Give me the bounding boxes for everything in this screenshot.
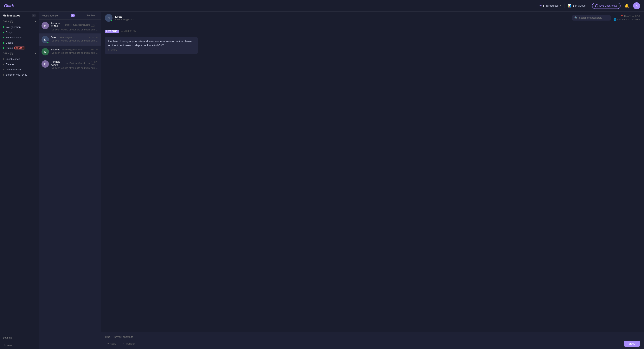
reply-button[interactable]: ↩ Reply bbox=[105, 341, 118, 346]
see-less-button[interactable]: See less ⌃ bbox=[86, 14, 98, 17]
offline-dot bbox=[3, 64, 4, 65]
sidebar-title: My Messages bbox=[3, 14, 20, 17]
offline-users-list: Jacob Jones Eleanor Jenny Wilson Stephen… bbox=[0, 56, 38, 77]
sidebar-user-offline[interactable]: Jenny Wilson bbox=[0, 67, 38, 72]
meta-location: 📍 New York, USA bbox=[620, 15, 640, 18]
settings-label: Settings bbox=[3, 336, 12, 339]
online-collapse-icon: ▾ bbox=[35, 20, 36, 23]
conv-avatar: P bbox=[42, 22, 49, 29]
chat-avatar-initial: D bbox=[108, 16, 110, 19]
conv-info: Seamus seadude@gmail.com 1237 PM I've be… bbox=[51, 48, 98, 54]
live-chat-badge: LIVE CHAT bbox=[105, 30, 119, 33]
sidebar-user-online[interactable]: Cody bbox=[0, 30, 38, 35]
notification-bell-button[interactable]: 🔔 bbox=[624, 3, 630, 9]
needs-attention-count: 4 bbox=[70, 14, 75, 17]
conv-info: Portugal #2796 emailPortugal@gmail.com 1… bbox=[51, 22, 98, 31]
see-less-icon: ⌃ bbox=[96, 14, 98, 17]
transfer-icon: ↗ bbox=[122, 342, 124, 345]
in-progress-label: In Progress bbox=[546, 4, 558, 7]
online-dot bbox=[3, 37, 4, 38]
messages-area: LIVE CHAT Wed 04:38 PM I've been looking… bbox=[101, 24, 644, 332]
my-messages-header: My Messages 0 bbox=[0, 12, 38, 19]
conv-top-row: Seamus seadude@gmail.com 1237 PM bbox=[51, 48, 98, 51]
online-section-label: Online (5) bbox=[3, 20, 13, 23]
user-name: You (auzman) bbox=[6, 25, 21, 28]
conv-name: Drea bbox=[51, 36, 56, 39]
contact-history-search[interactable]: 🔍 bbox=[572, 15, 611, 20]
sidebar-user-online[interactable]: Theresa Webb bbox=[0, 35, 38, 40]
conversation-list-top: Needs attention 4 See less ⌃ P Portugal … bbox=[39, 12, 101, 349]
conv-time: 11:37 AM bbox=[91, 61, 98, 65]
sidebar-user-offline[interactable]: Stephen-40273482 bbox=[0, 72, 38, 77]
user-name: Jacob Jones bbox=[6, 58, 20, 60]
conv-online-dot bbox=[47, 41, 49, 43]
chat-header-info: Drea dreaorville@skn.co bbox=[115, 15, 569, 21]
send-button[interactable]: SEND bbox=[624, 341, 640, 347]
user-name: Cody bbox=[6, 31, 12, 34]
conv-top-row: Portugal #2796 emailPortugal@gmail.com 1… bbox=[51, 60, 98, 66]
message-text: I've been looking at your site and want … bbox=[108, 40, 192, 47]
conversation-item[interactable]: D Drea dreaorville@skn.co 11:37 AM I've … bbox=[39, 33, 101, 46]
needs-attention-header: Needs attention 4 See less ⌃ bbox=[39, 12, 101, 19]
conv-preview: I've been looking at your site and want … bbox=[51, 51, 98, 54]
online-section-header[interactable]: Online (5) ▾ bbox=[0, 19, 38, 24]
conv-preview: I've been looking at your site and want … bbox=[51, 39, 98, 42]
see-less-label: See less bbox=[86, 14, 95, 17]
conversation-item[interactable]: P Portugal #2796 emailPortugal@gmail.com… bbox=[39, 58, 101, 72]
chat-input[interactable] bbox=[105, 336, 640, 338]
in-queue-label: In Queue bbox=[575, 4, 586, 7]
conv-name: Seamus bbox=[51, 48, 60, 51]
send-label: SEND bbox=[628, 342, 636, 345]
conv-avatar: D bbox=[42, 36, 49, 43]
conv-time: 1237 PM bbox=[90, 48, 98, 51]
sidebar-user-offline[interactable]: Eleanor bbox=[0, 62, 38, 67]
conv-avatar: S bbox=[42, 48, 49, 55]
in-queue-count: 3 bbox=[572, 4, 574, 7]
sidebar-user-online[interactable]: Stevie AT LIMIT bbox=[0, 45, 38, 51]
message-bubble: I've been looking at your site and want … bbox=[105, 37, 198, 54]
user-avatar-button[interactable]: A bbox=[633, 2, 640, 9]
in-progress-dropdown-icon[interactable]: ▾ bbox=[560, 4, 561, 7]
in-progress-stat[interactable]: 〜 5 In Progress ▾ bbox=[539, 4, 561, 8]
header-divider-2 bbox=[589, 3, 589, 8]
offline-section-header[interactable]: Offline (4) ▾ bbox=[0, 51, 38, 56]
conversation-item[interactable]: S Seamus seadude@gmail.com 1237 PM I've … bbox=[39, 46, 101, 58]
conv-email: emailPortugal@gmail.com bbox=[65, 24, 90, 26]
chat-contact-avatar: D bbox=[105, 14, 112, 22]
globe-icon: 🌐 bbox=[614, 18, 616, 21]
location-icon: 📍 bbox=[620, 15, 624, 18]
location-text: New York, USA bbox=[624, 15, 640, 18]
conv-preview: I've been looking at your site and want … bbox=[51, 67, 98, 69]
chat-header: D Drea dreaorville@skn.co 🔍 📍 New York, … bbox=[101, 12, 644, 24]
conv-email: emailPortugal@gmail.com bbox=[65, 62, 90, 64]
updates-label: Updates bbox=[3, 344, 12, 347]
online-dot bbox=[3, 47, 4, 49]
reply-icon: ↩ bbox=[107, 342, 109, 345]
offline-section-label: Offline (4) bbox=[3, 52, 13, 55]
user-avatar-wrap: A bbox=[633, 2, 640, 9]
conversation-item[interactable]: P Portugal #2796 emailPortugal@gmail.com… bbox=[39, 19, 101, 33]
conv-name: Portugal #2796 bbox=[51, 22, 63, 28]
date-text: Wed 04:38 PM bbox=[121, 30, 136, 32]
offline-collapse-icon: ▾ bbox=[35, 52, 36, 55]
chat-input-toolbar: ↩ Reply ↗ Transfer SEND bbox=[105, 341, 640, 347]
sidebar-user-offline[interactable]: Jacob Jones bbox=[0, 56, 38, 62]
conv-top-row: Portugal #2796 emailPortugal@gmail.com 1… bbox=[51, 22, 98, 28]
live-chat-label: Live Chat Active bbox=[600, 4, 618, 7]
reply-label: Reply bbox=[110, 342, 116, 345]
sidebar-user-online[interactable]: You (auzman) bbox=[0, 24, 38, 30]
main-layout: My Messages 0 Online (5) ▾ You (auzman) … bbox=[0, 12, 644, 349]
settings-item[interactable]: Settings bbox=[0, 334, 38, 342]
offline-dot bbox=[3, 69, 4, 70]
transfer-label: Transfer bbox=[126, 342, 135, 345]
conv-email: seadude@gmail.com bbox=[62, 48, 82, 51]
search-input[interactable] bbox=[579, 16, 608, 19]
live-chat-button[interactable]: ✓ Live Chat Active bbox=[592, 3, 620, 9]
chat-contact-name: Drea bbox=[115, 15, 569, 18]
updates-item[interactable]: Updates bbox=[0, 342, 38, 349]
sidebar-user-online[interactable]: Bessie bbox=[0, 40, 38, 45]
user-name: Stevie bbox=[6, 46, 13, 49]
transfer-button[interactable]: ↗ Transfer bbox=[120, 341, 137, 346]
header: Olark 〜 5 In Progress ▾ 📊 3 In Queue ✓ L… bbox=[0, 0, 644, 12]
online-users-list: You (auzman) Cody Theresa Webb Bessie St… bbox=[0, 24, 38, 51]
